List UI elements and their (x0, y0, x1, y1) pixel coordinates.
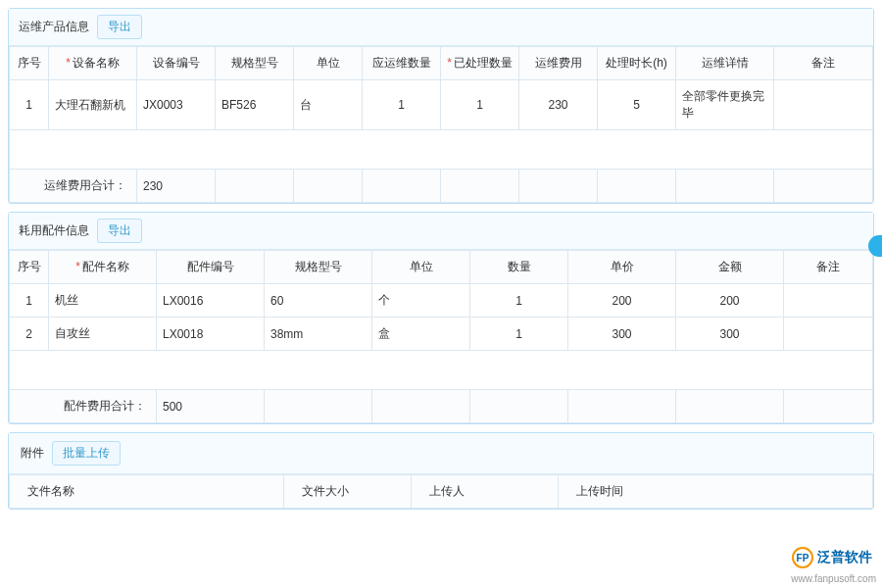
col-duration: 处理时长(h) (598, 47, 676, 80)
cell-remark (784, 318, 873, 351)
cell-detail: 全部零件更换完毕 (676, 80, 774, 130)
cell-qty: 1 (470, 318, 568, 351)
export-button[interactable]: 导出 (97, 15, 142, 39)
cell-duration: 5 (598, 80, 676, 130)
cell-done-qty: 1 (441, 80, 519, 130)
cell-seq: 2 (10, 318, 49, 351)
cell-cost: 230 (519, 80, 598, 130)
col-spec: 规格型号 (216, 47, 294, 80)
spacer-row (10, 130, 873, 170)
cell-spec: BF526 (216, 80, 294, 130)
cell-unit: 盒 (372, 318, 470, 351)
attachment-table: 文件名称 文件大小 上传人 上传时间 (9, 474, 873, 509)
col-device-code: 设备编号 (137, 47, 216, 80)
cell-part-code: LX0018 (157, 318, 265, 351)
parts-panel: 耗用配件信息 导出 序号 *配件名称 配件编号 规格型号 单位 数量 单价 金额… (8, 212, 874, 424)
panel-header: 耗用配件信息 导出 (9, 213, 873, 250)
col-amount: 金额 (676, 251, 784, 284)
col-price: 单价 (568, 251, 676, 284)
cell-part-name: 自攻丝 (49, 318, 157, 351)
parts-table: 序号 *配件名称 配件编号 规格型号 单位 数量 单价 金额 备注 1 机丝 L… (9, 250, 873, 423)
col-seq: 序号 (10, 251, 49, 284)
col-cost: 运维费用 (519, 47, 598, 80)
cell-spec: 60 (265, 284, 372, 318)
table-row[interactable]: 1 大理石翻新机 JX0003 BF526 台 1 1 230 5 全部零件更换… (10, 80, 873, 130)
col-unit: 单位 (372, 251, 470, 284)
col-done-qty: *已处理数量 (441, 47, 519, 80)
cell-device-name: 大理石翻新机 (49, 80, 137, 130)
col-remark: 备注 (784, 251, 873, 284)
col-uploader: 上传人 (412, 475, 559, 509)
required-mark: * (66, 56, 71, 70)
panel-header: 附件 批量上传 (9, 433, 873, 474)
cell-qty: 1 (470, 284, 568, 318)
col-detail: 运维详情 (676, 47, 774, 80)
panel-title: 耗用配件信息 (19, 222, 89, 239)
panel-title: 运维产品信息 (19, 19, 89, 35)
col-remark: 备注 (774, 47, 873, 80)
table-row[interactable]: 2 自攻丝 LX0018 38mm 盒 1 300 300 (10, 318, 873, 351)
total-label: 配件费用合计： (10, 390, 157, 423)
cell-price: 200 (568, 284, 676, 318)
table-row[interactable]: 1 机丝 LX0016 60 个 1 200 200 (10, 284, 873, 318)
cell-amount: 300 (676, 318, 784, 351)
spacer-row (10, 351, 873, 390)
export-button[interactable]: 导出 (97, 219, 142, 243)
col-part-name: *配件名称 (49, 251, 157, 284)
col-filesize: 文件大小 (284, 475, 412, 509)
total-label: 运维费用合计： (10, 170, 137, 203)
cell-price: 300 (568, 318, 676, 351)
panel-title: 附件 (21, 445, 44, 462)
col-spec: 规格型号 (265, 251, 372, 284)
cell-amount: 200 (676, 284, 784, 318)
col-should-qty: 应运维数量 (363, 47, 441, 80)
table-header-row: 序号 *配件名称 配件编号 规格型号 单位 数量 单价 金额 备注 (10, 251, 873, 284)
col-unit: 单位 (294, 47, 363, 80)
total-value: 230 (137, 170, 216, 203)
cell-remark (784, 284, 873, 318)
table-header-row: 文件名称 文件大小 上传人 上传时间 (10, 475, 873, 509)
cell-part-code: LX0016 (157, 284, 265, 318)
col-device-name: *设备名称 (49, 47, 137, 80)
panel-header: 运维产品信息 导出 (9, 9, 873, 46)
total-value: 500 (157, 390, 265, 423)
cell-spec: 38mm (265, 318, 372, 351)
col-seq: 序号 (10, 47, 49, 80)
cell-remark (774, 80, 873, 130)
total-row: 运维费用合计： 230 (10, 170, 873, 203)
attachment-panel: 附件 批量上传 文件名称 文件大小 上传人 上传时间 (8, 432, 874, 510)
required-mark: * (75, 260, 80, 273)
cell-unit: 台 (294, 80, 363, 130)
col-filename: 文件名称 (10, 475, 284, 509)
cell-unit: 个 (372, 284, 470, 318)
cell-seq: 1 (10, 80, 49, 130)
cell-device-code: JX0003 (137, 80, 216, 130)
total-row: 配件费用合计： 500 (10, 390, 873, 423)
col-uploadtime: 上传时间 (559, 475, 873, 509)
maintenance-table: 序号 *设备名称 设备编号 规格型号 单位 应运维数量 *已处理数量 运维费用 … (9, 46, 873, 203)
maintenance-product-panel: 运维产品信息 导出 序号 *设备名称 设备编号 规格型号 单位 应运维数量 *已… (8, 8, 874, 204)
cell-should-qty: 1 (363, 80, 441, 130)
required-mark: * (447, 56, 452, 70)
batch-upload-button[interactable]: 批量上传 (52, 441, 121, 466)
table-header-row: 序号 *设备名称 设备编号 规格型号 单位 应运维数量 *已处理数量 运维费用 … (10, 47, 873, 80)
cell-part-name: 机丝 (49, 284, 157, 318)
col-part-code: 配件编号 (157, 251, 265, 284)
col-qty: 数量 (470, 251, 568, 284)
cell-seq: 1 (10, 284, 49, 318)
